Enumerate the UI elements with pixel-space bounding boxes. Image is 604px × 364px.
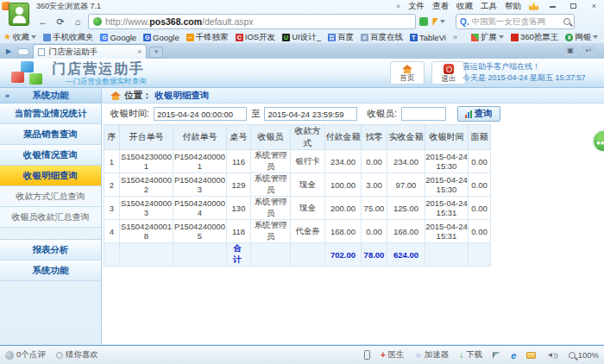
menu-favorites[interactable]: 收藏 bbox=[456, 1, 473, 12]
toolbar-bank[interactable]: ¥网银 bbox=[565, 32, 598, 43]
mute-button[interactable]: ◄)) bbox=[546, 351, 557, 359]
download-button[interactable]: ↓下载 bbox=[459, 349, 482, 361]
folder-button[interactable] bbox=[526, 352, 536, 359]
app-subtitle: ---门店营业数据实时查询 bbox=[66, 77, 147, 87]
bookmark-mobile[interactable]: 手机收藏夹 bbox=[43, 32, 94, 43]
vip-crown-icon[interactable] bbox=[529, 3, 538, 10]
avatar-body-shape bbox=[13, 16, 26, 23]
restore-page-icon[interactable]: ↩ bbox=[582, 46, 595, 56]
col-pay-amount: 付款金额 bbox=[325, 125, 362, 150]
sidebar-item-cashier-summary[interactable]: 收银员收款汇总查询 bbox=[0, 207, 101, 228]
app-home-button[interactable]: 首页 bbox=[390, 61, 425, 85]
bookmark-tablevi[interactable]: TTableVi bbox=[410, 33, 446, 42]
zoom-control[interactable]: 100% bbox=[569, 350, 599, 360]
sidebar-item-dish-sales[interactable]: 菜品销售查询 bbox=[0, 124, 101, 145]
minimize-button[interactable] bbox=[546, 2, 559, 11]
toolbar-ticket[interactable]: 360抢票王 bbox=[511, 32, 558, 43]
medical-cross-icon: + bbox=[381, 350, 386, 360]
toolbar-extensions[interactable]: 扩展 bbox=[471, 32, 504, 43]
search-box[interactable]: Q. 中国第一女巨贪落网 bbox=[456, 14, 575, 29]
home-button[interactable]: ⌂ bbox=[71, 15, 85, 28]
swoosh-icon: ~ bbox=[186, 34, 194, 41]
time-to-input[interactable] bbox=[264, 107, 357, 121]
bookmark-baidu-online[interactable]: #百度在线 bbox=[361, 32, 403, 43]
sidebar-item-business-stats[interactable]: 当前营业情况统计 bbox=[0, 104, 101, 124]
sidebar-item-report-analysis[interactable]: 报表分析 bbox=[0, 240, 101, 260]
mobile-connect-button[interactable] bbox=[364, 350, 370, 360]
sidebar-header[interactable]: » 系统功能 bbox=[0, 88, 101, 104]
search-query-button[interactable]: 查询 bbox=[457, 106, 500, 122]
user-avatar[interactable] bbox=[9, 3, 29, 26]
ui-icon: U bbox=[282, 34, 290, 41]
time-from-input[interactable] bbox=[154, 107, 247, 121]
guess-you-like-button[interactable]: 猜你喜欢 bbox=[56, 349, 98, 361]
table-icon: T bbox=[410, 34, 418, 41]
table-row[interactable]: 4S15042400018P15042400005118系统管理员代金券168.… bbox=[104, 220, 491, 243]
google-icon: G bbox=[100, 34, 108, 41]
power-icon bbox=[444, 64, 454, 74]
bookmark-google2[interactable]: GGoogle bbox=[143, 33, 179, 42]
bookmark-google1[interactable]: GGoogle bbox=[100, 33, 136, 42]
flag-button[interactable] bbox=[493, 352, 500, 359]
tab-bar: ▶ 门店营运助手 × + ▣ ↩ bbox=[0, 43, 604, 59]
active-tab[interactable]: 门店营运助手 × bbox=[33, 44, 147, 59]
table-row[interactable]: 3S15042400003P15042400004130系统管理员现金200.0… bbox=[104, 197, 491, 220]
globe-icon bbox=[5, 351, 14, 360]
tab-list-icon[interactable]: ▶ bbox=[6, 47, 11, 55]
close-button[interactable]: × bbox=[588, 2, 601, 11]
speed-mode-icon[interactable] bbox=[431, 18, 438, 26]
bookmark-baidu[interactable]: 百百度 bbox=[328, 32, 354, 43]
tab-close-icon[interactable]: × bbox=[137, 47, 142, 56]
mode-dropdown-icon[interactable] bbox=[440, 20, 445, 23]
reviews-button[interactable]: 0个点评 bbox=[5, 349, 46, 361]
bookmark-favorites[interactable]: ★收藏 bbox=[3, 32, 36, 43]
range-separator: 至 bbox=[251, 108, 261, 120]
table-row[interactable]: 2S15042400002P15042400003129系统管理员现金100.0… bbox=[104, 173, 491, 197]
download-arrow-icon: ↓ bbox=[459, 350, 463, 360]
menu-view[interactable]: 查看 bbox=[432, 1, 449, 12]
window-title: 360安全浏览器 7.1 bbox=[36, 1, 101, 12]
c-icon: C bbox=[236, 34, 243, 41]
cloud-sync-icon[interactable] bbox=[17, 48, 29, 55]
hash-icon: # bbox=[361, 34, 368, 41]
dot-icon bbox=[56, 352, 63, 359]
bookmark-ui[interactable]: UUI设计_ bbox=[282, 32, 321, 43]
col-open-no: 开台单号 bbox=[120, 125, 173, 150]
col-change: 找零 bbox=[362, 125, 387, 150]
security-badge-icon[interactable] bbox=[419, 17, 428, 26]
bookmarks-overflow-icon[interactable]: » bbox=[453, 33, 457, 41]
menu-file[interactable]: 文件 bbox=[408, 1, 425, 12]
zoom-level: 100% bbox=[578, 350, 599, 360]
search-icon[interactable] bbox=[563, 18, 570, 25]
date-text: 今天是 2015-04-24 星期五 15:37:57 bbox=[462, 72, 599, 84]
address-bar[interactable]: http://www.pos368.com/default.aspx bbox=[88, 14, 416, 29]
title-bar: 360安全浏览器 7.1 » 文件 查看 收藏 工具 帮助 × bbox=[0, 0, 604, 12]
back-button[interactable]: ← bbox=[36, 15, 50, 28]
bookmark-ios[interactable]: CIOS开发 bbox=[236, 32, 275, 43]
sidebar-divider bbox=[0, 228, 101, 240]
new-tab-button[interactable]: + bbox=[149, 47, 163, 58]
app-exit-button[interactable]: 退出 bbox=[431, 61, 466, 85]
ie-compat-button[interactable]: e bbox=[511, 350, 516, 361]
table-total-row: 合 计 702.00 78.00 624.00 bbox=[104, 243, 491, 267]
bookmark-qianfeng[interactable]: ~千锋独家 bbox=[186, 32, 229, 43]
refresh-button[interactable]: ⟳ bbox=[53, 15, 67, 28]
menu-tools[interactable]: 工具 bbox=[481, 1, 497, 12]
client-status: 营运助手客户端在线！ 今天是 2015-04-24 星期五 15:37:57 bbox=[462, 61, 599, 84]
doctor-button[interactable]: +医生 bbox=[381, 349, 405, 361]
house-icon bbox=[402, 65, 412, 73]
sidebar-item-cashier-detail[interactable]: 收银明细查询 bbox=[0, 166, 101, 186]
collapse-icon[interactable]: » bbox=[5, 91, 9, 100]
chevron-more-icon[interactable]: » bbox=[396, 2, 400, 10]
sidebar-item-cashier-status[interactable]: 收银情况查询 bbox=[0, 145, 101, 166]
page-snapshot-icon[interactable]: ▣ bbox=[563, 46, 577, 56]
cashier-input[interactable] bbox=[401, 107, 446, 121]
restore-button[interactable] bbox=[567, 2, 580, 11]
sidebar-item-payment-summary[interactable]: 收款方式汇总查询 bbox=[0, 186, 101, 207]
booster-button[interactable]: ☆加速器 bbox=[415, 349, 450, 361]
breadcrumb-label: 位置： bbox=[124, 90, 152, 102]
cube-green bbox=[29, 73, 42, 85]
sidebar-item-system[interactable]: 系统功能 bbox=[0, 260, 101, 281]
menu-help[interactable]: 帮助 bbox=[505, 1, 521, 12]
table-row[interactable]: 1S15042300001P15042400001116系统管理员银行卡234.… bbox=[104, 150, 491, 173]
